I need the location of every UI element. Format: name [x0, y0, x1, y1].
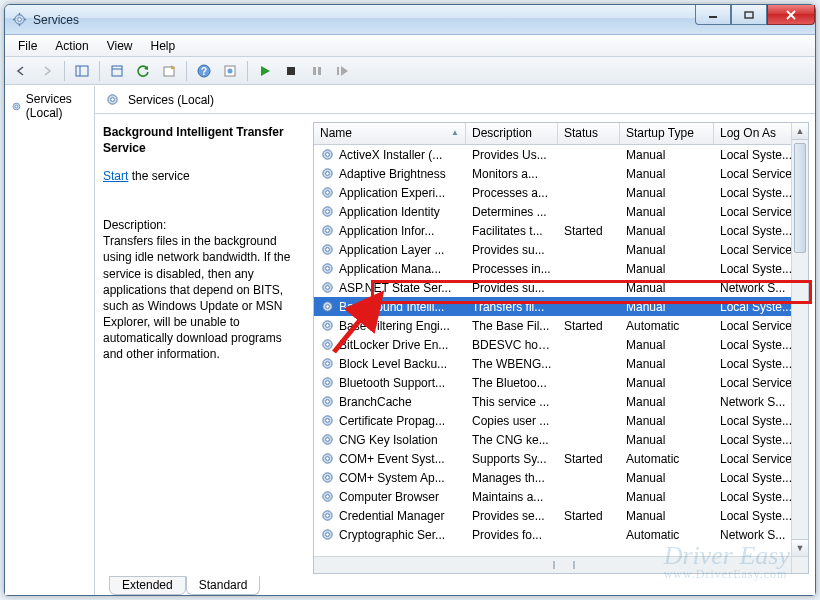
cell-name: Credential Manager — [314, 508, 466, 523]
cell-startup: Manual — [620, 471, 714, 485]
table-row[interactable]: Credential ManagerProvides se...StartedM… — [314, 506, 808, 525]
table-row[interactable]: Application Experi...Processes a...Manua… — [314, 183, 808, 202]
table-row[interactable]: Base Filtering Engi...The Base Fil...Sta… — [314, 316, 808, 335]
table-row[interactable]: BranchCacheThis service ...ManualNetwork… — [314, 392, 808, 411]
cell-name: BitLocker Drive En... — [314, 337, 466, 352]
svg-point-56 — [326, 419, 330, 423]
table-row[interactable]: Computer BrowserMaintains a...ManualLoca… — [314, 487, 808, 506]
cell-startup: Automatic — [620, 452, 714, 466]
col-header-status[interactable]: Status — [558, 123, 620, 144]
start-service-link[interactable]: Start — [103, 169, 128, 183]
table-row[interactable]: BitLocker Drive En...BDESVC hos...Manual… — [314, 335, 808, 354]
table-row[interactable]: COM+ System Ap...Manages th...ManualLoca… — [314, 468, 808, 487]
details-pane: Services (Local) Background Intelligent … — [95, 86, 815, 595]
cell-description: The CNG ke... — [466, 433, 558, 447]
svg-point-26 — [111, 98, 115, 102]
menu-action[interactable]: Action — [46, 37, 97, 55]
cell-name: Bluetooth Support... — [314, 375, 466, 390]
gear-icon — [320, 508, 335, 523]
refresh-button[interactable] — [131, 59, 155, 83]
cell-name: Block Level Backu... — [314, 356, 466, 371]
scroll-corner — [791, 556, 808, 573]
tab-extended[interactable]: Extended — [109, 576, 186, 595]
table-row[interactable]: CNG Key IsolationThe CNG ke...ManualLoca… — [314, 430, 808, 449]
stop-service-button[interactable] — [279, 59, 303, 83]
table-row[interactable]: Background Intelli...Transfers fil...Man… — [314, 297, 808, 316]
cell-name: Cryptographic Ser... — [314, 527, 466, 542]
table-row[interactable]: COM+ Event Syst...Supports Sy...StartedA… — [314, 449, 808, 468]
cell-description: Provides Us... — [466, 148, 558, 162]
table-row[interactable]: Block Level Backu...The WBENG...ManualLo… — [314, 354, 808, 373]
table-row[interactable]: Bluetooth Support...The Bluetoo...Manual… — [314, 373, 808, 392]
svg-point-40 — [326, 267, 330, 271]
table-row[interactable]: Cryptographic Ser...Provides fo...Automa… — [314, 525, 808, 544]
cell-description: Provides su... — [466, 281, 558, 295]
back-button[interactable] — [9, 59, 33, 83]
forward-button[interactable] — [35, 59, 59, 83]
menubar: File Action View Help — [5, 35, 815, 57]
gear-icon — [320, 356, 335, 371]
cell-name: CNG Key Isolation — [314, 432, 466, 447]
svg-point-42 — [326, 286, 330, 290]
table-row[interactable]: Certificate Propag...Copies user ...Manu… — [314, 411, 808, 430]
svg-point-54 — [326, 400, 330, 404]
svg-rect-20 — [313, 67, 316, 75]
table-row[interactable]: Adaptive BrightnessMonitors a...ManualLo… — [314, 164, 808, 183]
vertical-scrollbar[interactable]: ▲ ▼ — [791, 123, 808, 556]
cell-name: Application Infor... — [314, 223, 466, 238]
help-topics-button[interactable] — [218, 59, 242, 83]
scroll-thumb[interactable] — [794, 143, 806, 253]
cell-name: COM+ Event Syst... — [314, 451, 466, 466]
svg-point-30 — [326, 172, 330, 176]
svg-point-34 — [326, 210, 330, 214]
menu-file[interactable]: File — [9, 37, 46, 55]
horizontal-scrollbar[interactable] — [314, 556, 791, 573]
scroll-down-button[interactable]: ▼ — [792, 539, 808, 556]
table-row[interactable]: Application IdentityDetermines ...Manual… — [314, 202, 808, 221]
table-row[interactable]: Application Infor...Facilitates t...Star… — [314, 221, 808, 240]
svg-point-64 — [326, 495, 330, 499]
cell-status: Started — [558, 319, 620, 333]
restart-service-button[interactable] — [331, 59, 355, 83]
svg-point-60 — [326, 457, 330, 461]
properties-button[interactable] — [105, 59, 129, 83]
table-row[interactable]: Application Layer ...Provides su...Manua… — [314, 240, 808, 259]
cell-name: BranchCache — [314, 394, 466, 409]
cell-name: Computer Browser — [314, 489, 466, 504]
col-header-startup[interactable]: Startup Type — [620, 123, 714, 144]
cell-description: Provides fo... — [466, 528, 558, 542]
gear-icon — [320, 204, 335, 219]
col-header-description[interactable]: Description — [466, 123, 558, 144]
tree-root-label: Services (Local) — [26, 92, 88, 120]
cell-startup: Manual — [620, 262, 714, 276]
close-button[interactable] — [767, 5, 815, 25]
table-row[interactable]: Application Mana...Processes in...Manual… — [314, 259, 808, 278]
gear-icon — [320, 527, 335, 542]
gear-icon — [320, 489, 335, 504]
start-service-button[interactable] — [253, 59, 277, 83]
gear-icon — [320, 166, 335, 181]
col-header-name[interactable]: Name — [314, 123, 466, 144]
svg-point-1 — [17, 18, 21, 22]
cell-status: Started — [558, 509, 620, 523]
menu-help[interactable]: Help — [142, 37, 185, 55]
cell-startup: Manual — [620, 338, 714, 352]
export-list-button[interactable] — [157, 59, 181, 83]
pause-service-button[interactable] — [305, 59, 329, 83]
gear-icon — [320, 375, 335, 390]
cell-description: Copies user ... — [466, 414, 558, 428]
show-hide-tree-button[interactable] — [70, 59, 94, 83]
cell-description: Transfers fil... — [466, 300, 558, 314]
maximize-button[interactable] — [731, 5, 767, 25]
cell-startup: Manual — [620, 300, 714, 314]
scroll-up-button[interactable]: ▲ — [792, 123, 808, 140]
svg-point-48 — [326, 343, 330, 347]
minimize-button[interactable] — [695, 5, 731, 25]
tree-root-services-local[interactable]: Services (Local) — [7, 90, 92, 122]
table-row[interactable]: ASP.NET State Ser...Provides su...Manual… — [314, 278, 808, 297]
tab-standard[interactable]: Standard — [186, 576, 261, 595]
menu-view[interactable]: View — [98, 37, 142, 55]
table-row[interactable]: ActiveX Installer (...Provides Us...Manu… — [314, 145, 808, 164]
cell-description: Manages th... — [466, 471, 558, 485]
help-button[interactable]: ? — [192, 59, 216, 83]
